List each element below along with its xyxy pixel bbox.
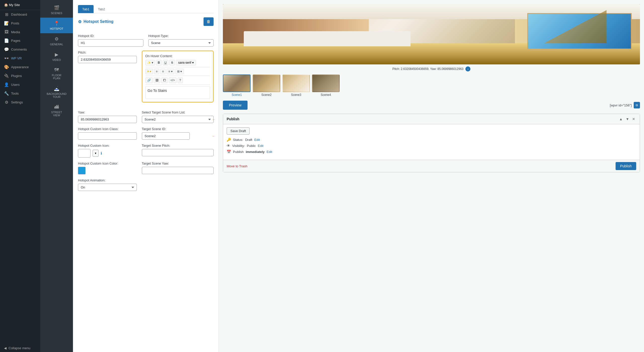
yaw-input[interactable] (78, 116, 137, 123)
scene-thumb-3[interactable]: Scene3 (282, 74, 310, 97)
target-scene-id-input[interactable] (142, 132, 190, 140)
custom-icon-group: Hotspot Custom Icon: ▾ ℹ (78, 144, 137, 158)
editor-toolbar-row2: A ▾ ≡ ≡ ≡ ▾ ⊞ ▾ (145, 69, 210, 76)
sidebar-item-label: Users (11, 83, 20, 87)
code-btn[interactable]: </> (169, 77, 177, 83)
pitch-yaw-text: Pitch: 2.632084500436659, Yaw: 85.069998… (392, 67, 463, 71)
sidebar-item-appearance[interactable]: 🎨 Appearance (0, 63, 40, 71)
hotspot-id-input[interactable] (78, 39, 143, 47)
align-btn[interactable]: ≡ ▾ (167, 69, 174, 74)
target-scene-pitch-group: Target Scene Pitch: (142, 144, 214, 156)
sidebar-item-dashboard[interactable]: ⊞ Dashboard (0, 10, 40, 19)
scene-thumbnails: Scene1 Scene2 Scene3 Scene4 (223, 74, 640, 97)
target-scene-yaw-input[interactable] (142, 167, 214, 174)
hotspot-setting-title: ⚙ Hotspot Setting (78, 19, 113, 24)
scene-thumb-name-4: Scene4 (312, 93, 340, 97)
sidebar-item-label: Settings (11, 100, 23, 104)
sidebar-item-media[interactable]: 🖼 Media (0, 28, 40, 36)
pages-icon: 📄 (4, 38, 9, 43)
publish-button[interactable]: Publish (616, 162, 636, 170)
visibility-row: 👁 Visibility: Public Edit (227, 144, 636, 148)
secondary-item-label: GENERAL (50, 43, 63, 46)
animation-label: Hotspot Animation: (78, 178, 137, 182)
embed-btn[interactable]: ⧠ (161, 77, 168, 83)
font-family-btn[interactable]: sans-serif ▾ (176, 60, 196, 65)
visibility-edit-link[interactable]: Edit (258, 144, 263, 148)
publish-box: Publish ▲ ▼ ✕ Save Draft 🔑 Status: Draft… (223, 114, 640, 172)
save-draft-button[interactable]: Save Draft (227, 127, 250, 135)
sidebar-item-posts[interactable]: 📝 Posts (0, 19, 40, 28)
tab-1[interactable]: Tab1 (78, 5, 94, 13)
magic-toolbar-btn[interactable]: ✨ ▾ (145, 60, 155, 65)
ol-btn[interactable]: ≡ (160, 69, 166, 74)
bold-btn[interactable]: B (156, 60, 162, 65)
preview-button[interactable]: Preview (223, 101, 248, 110)
sidebar-item-plugins[interactable]: 🔌 Plugins (0, 71, 40, 80)
scene-thumb-2[interactable]: Scene2 (253, 74, 280, 97)
calendar-icon: 📅 (227, 150, 231, 154)
hotspot-setting-label: Hotspot Setting (84, 19, 113, 24)
yaw-label: Yaw: (78, 110, 137, 114)
custom-icon-label: Hotspot Custom Icon: (78, 144, 137, 147)
custom-icon-class-input[interactable] (78, 132, 137, 140)
sidebar-item-wp-vr[interactable]: 👓 WP VR (0, 54, 40, 63)
table-btn[interactable]: ⊞ ▾ (175, 69, 184, 74)
gear-icon: ⚙ (78, 19, 82, 24)
target-scene-select[interactable]: Scene1 Scene2 Scene3 Scene4 (142, 116, 214, 123)
publish-collapse-down-btn[interactable]: ▼ (625, 116, 630, 122)
target-scene-pitch-input[interactable] (142, 149, 214, 156)
animation-select[interactable]: On Off (78, 184, 137, 191)
scene-thumb-1[interactable]: Scene1 (223, 74, 251, 97)
secondary-item-scenes[interactable]: 🎬 SCENES (40, 2, 73, 18)
comments-icon: 💬 (4, 47, 9, 52)
target-scene-id-group: Target Scene ID: ← (142, 127, 214, 140)
move-to-trash-link[interactable]: Move to Trash (227, 164, 247, 168)
secondary-item-video[interactable]: ▶ VIDEO (40, 49, 73, 64)
delete-hotspot-button[interactable]: 🗑 (204, 17, 214, 26)
sidebar-item-pages[interactable]: 📄 Pages (0, 36, 40, 45)
publish-meta: 🔑 Status: Draft Edit 👁 Visibility: Publi… (227, 138, 636, 154)
link-btn[interactable]: 🔗 (145, 77, 153, 83)
secondary-item-hotspot[interactable]: 📍 HOTSPOT (40, 18, 73, 33)
pitch-input[interactable] (78, 56, 137, 63)
publish-collapse-up-btn[interactable]: ▲ (618, 116, 624, 122)
pitch-group: Pitch: (78, 51, 137, 63)
secondary-item-background-tour[interactable]: 🗻 BACKGROUNDTOUR (40, 83, 73, 101)
tab-2[interactable]: Tab2 (94, 5, 109, 13)
secondary-item-floor-plan[interactable]: 🗺 FLOORPLAN (40, 64, 73, 83)
target-scene-id-label: Target Scene ID: (142, 127, 214, 131)
publish-time-value: immediately (246, 150, 265, 154)
icon-class-targetid-row: Hotspot Custom Icon Class: Target Scene … (78, 127, 214, 140)
scene-thumb-4[interactable]: Scene4 (312, 74, 340, 97)
highlight-btn[interactable]: A ▾ (145, 69, 153, 74)
hotspot-type-select[interactable]: Scene URL Image Video Text (148, 39, 214, 47)
ul-btn[interactable]: ≡ (154, 69, 159, 74)
custom-icon-row: ▾ ℹ (78, 149, 137, 158)
status-value: Draft (245, 138, 252, 142)
sidebar-item-users[interactable]: 👤 Users (0, 80, 40, 89)
copy-shortcode-button[interactable]: ⧉ (634, 102, 640, 108)
info-icon[interactable]: ℹ (101, 151, 102, 155)
secondary-item-street-view[interactable]: 🏙 STREETVIEW (40, 101, 73, 120)
visibility-value: Public (247, 144, 256, 148)
sidebar-item-tools[interactable]: 🔧 Tools (0, 89, 40, 98)
publish-close-btn[interactable]: ✕ (631, 116, 636, 122)
sidebar-item-comments[interactable]: 💬 Comments (0, 45, 40, 54)
secondary-item-label: HOTSPOT (50, 27, 63, 30)
icon-select-button[interactable]: ▾ (93, 150, 99, 157)
secondary-item-label: STREETVIEW (51, 111, 62, 117)
media-icon: 🖼 (4, 30, 9, 34)
status-edit-link[interactable]: Edit (254, 138, 260, 142)
image-btn[interactable]: 🖼 (154, 77, 160, 83)
secondary-item-general[interactable]: ⚙ GENERAL (40, 33, 73, 49)
publish-time-edit-link[interactable]: Edit (267, 150, 272, 154)
sidebar-item-settings[interactable]: ⚙ Settings (0, 98, 40, 107)
hover-content-editor[interactable]: Go To Stairs (145, 86, 210, 99)
icon-preview (78, 149, 91, 158)
collapse-menu-btn[interactable]: ◀ Collapse menu (0, 344, 40, 352)
strikethrough-btn[interactable]: S (169, 60, 175, 65)
sidebar-item-label: Plugins (11, 74, 22, 78)
color-swatch[interactable] (78, 167, 86, 174)
underline-btn[interactable]: U (163, 60, 169, 65)
help-btn[interactable]: ? (178, 77, 183, 83)
